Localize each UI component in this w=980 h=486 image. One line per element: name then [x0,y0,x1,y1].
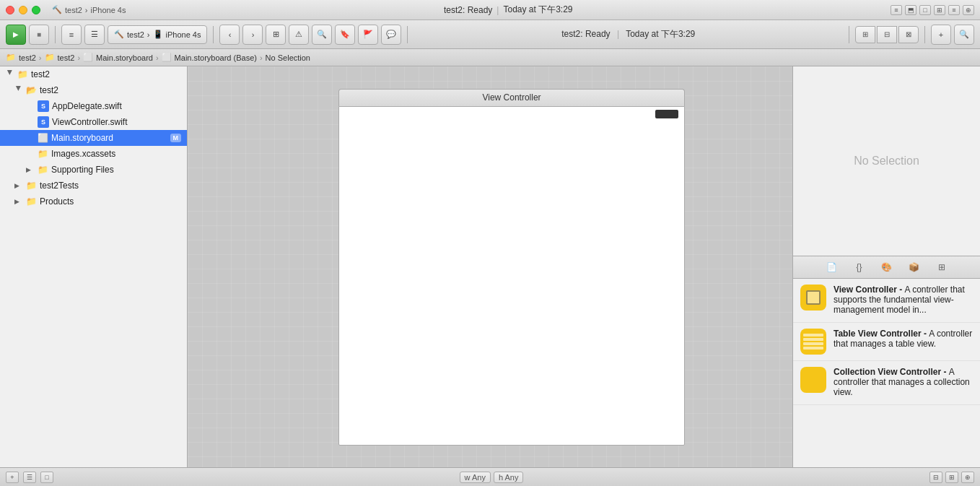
maximize-button[interactable] [32,6,40,14]
device-icon: 📱 [153,30,163,39]
sidebar-item-group[interactable]: ▶ 📂 test2 [0,82,187,98]
folder-icon: 📁 [38,165,48,175]
assets-name: Images.xcassets [51,149,115,159]
lib-title-collection: Collection View Controller - A controlle… [834,367,973,397]
grid-view-btn[interactable]: ⊞ [266,25,286,45]
message-btn[interactable]: 💬 [381,25,401,45]
search-btn[interactable]: 🔍 [312,25,332,45]
sidebar-item-products[interactable]: ▶ 📁 Products [0,194,187,209]
lib-item-collectionvc[interactable]: Collection View Controller - A controlle… [793,361,980,405]
bc-icon-4: ⬜ [162,53,172,62]
version-btn[interactable]: ⊕ [963,5,974,15]
navigator-btn[interactable]: ☰ [84,25,105,45]
layout-btn-2[interactable]: ⊟ [877,26,897,43]
bc-item-3[interactable]: Main.storyboard [96,53,153,62]
layout-toggle-group: ⊞ ⊟ ⊠ [855,26,919,43]
titlebar-status: test2: Ready | Today at 下午3:29 [131,4,885,16]
sidebar-item-supporting[interactable]: ▶ 📁 Supporting Files [0,162,187,178]
lib-item-tablevc[interactable]: Table View Controller - A controller tha… [793,323,980,361]
disclosure-icon: ▶ [26,166,35,173]
width-any-badge[interactable]: w Any [460,472,491,483]
disclosure-icon: ▶ [14,182,23,189]
view-toggle-btn[interactable]: □ [919,5,931,15]
sidebar-item-viewcontroller[interactable]: S ViewController.swift [0,114,187,130]
device-label: iPhone 4s [91,6,126,14]
lib-text-table: Table View Controller - A controller tha… [834,329,973,350]
bc-item-1[interactable]: test2 [19,53,36,62]
group-icon: 📂 [26,85,37,95]
bc-icon-1: 📁 [6,53,16,62]
assets-icon: 📁 [38,149,48,159]
flag-btn[interactable]: 🚩 [358,25,378,45]
close-button[interactable] [6,6,14,14]
scheme-selector[interactable]: 🔨 test2 › 📱 iPhone 4s [108,25,207,44]
scheme-list-btn[interactable]: ≡ [61,25,82,45]
inspector-tab-file[interactable]: 📄 [824,259,840,275]
canvas-area[interactable]: → View Controller [188,66,792,467]
sidebar-toggle-btn[interactable]: ≡ [891,5,902,15]
search-global-btn[interactable]: 🔍 [954,25,974,45]
sidebar-item-tests[interactable]: ▶ 📁 test2Tests [0,178,187,194]
inspector-tab-identity[interactable]: 🎨 [879,259,895,275]
group-name: test2 [40,85,58,95]
minimize-button[interactable] [19,6,27,14]
swift-icon: S [38,100,49,112]
toolbar: ▶ ■ ≡ ☰ 🔨 test2 › 📱 iPhone 4s ‹ › ⊞ ⚠ 🔍 … [0,20,980,49]
bc-icon-2: 📁 [45,53,55,62]
zoom-grid-btn[interactable]: ⊞ [945,472,958,483]
bc-item-4[interactable]: Main.storyboard (Base) [175,53,257,62]
object-library: View Controller - A controller that supp… [793,279,980,468]
toolbar-separator [55,26,56,43]
vc-content[interactable] [338,106,685,446]
add-constraint-btn[interactable]: + [6,472,19,483]
toolbar-separator-2 [213,26,214,43]
inspector-tab-attr[interactable]: 📦 [906,259,922,275]
height-any-badge[interactable]: h Any [494,472,524,483]
inspector-tab-size[interactable]: ⊞ [934,259,950,275]
bc-item-2[interactable]: test2 [58,53,75,62]
layout-btn-1[interactable]: ⊞ [855,26,875,43]
lib-item-viewcontroller[interactable]: View Controller - A controller that supp… [793,279,980,323]
bc-arrow-2: › [77,53,80,62]
viewcontroller-name: ViewController.swift [52,117,127,127]
lib-text-vc: View Controller - A controller that supp… [834,285,973,316]
warning-btn[interactable]: ⚠ [289,25,309,45]
disclosure-icon: ▶ [6,70,14,79]
bottom-right: ⊟ ⊞ ⊕ [929,472,974,483]
zoom-fit-btn[interactable]: □ [40,472,53,483]
bookmark-btn[interactable]: 🔖 [335,25,355,45]
add-file-btn[interactable]: + [931,25,951,45]
view-controller-scene[interactable]: View Controller [338,89,685,446]
toolbar-status: test2: Ready | Today at 下午3:29 [414,28,843,40]
swift-icon-2: S [38,116,49,128]
products-name: Products [40,196,74,207]
layout-btn-3[interactable]: ⊠ [898,26,919,43]
nav-forward-btn[interactable]: › [242,25,263,45]
bc-item-5[interactable]: No Selection [266,53,310,62]
lib-icon-table [800,329,826,355]
sidebar-item-storyboard[interactable]: ⬜ Main.storyboard M [0,130,187,146]
bottom-bar: + ☰ □ w Any h Any ⊟ ⊞ ⊕ [0,467,980,486]
app-name: test2 [65,6,82,14]
editor-btn[interactable]: ⊞ [934,5,945,15]
sidebar-item-project[interactable]: ▶ 📁 test2 [0,66,187,82]
sidebar-item-assets[interactable]: 📁 Images.xcassets [0,146,187,162]
assistant-btn[interactable]: ≡ [948,5,960,15]
supporting-name: Supporting Files [51,165,114,175]
inspector-no-selection: No Selection [793,66,980,256]
zoom-out-btn[interactable]: ⊟ [929,472,942,483]
zoom-in-btn[interactable]: ⊕ [961,472,974,483]
sidebar-item-appdelegate[interactable]: S AppDelegate.swift [0,98,187,114]
bc-icon-3: ⬜ [83,53,93,62]
nav-back-btn[interactable]: ‹ [219,25,240,45]
scheme-device: iPhone 4s [166,30,201,39]
toolbar-separator-3 [407,26,408,43]
scene-list-btn[interactable]: ☰ [23,472,36,483]
debug-toggle-btn[interactable]: ⬒ [905,5,916,15]
titlebar: 🔨 test2 › iPhone 4s test2: Ready | Today… [0,0,980,20]
bottom-center: w Any h Any [59,472,924,483]
right-panel: No Selection 📄 {} 🎨 📦 ⊞ View Controller … [792,66,980,467]
run-button[interactable]: ▶ [6,25,26,45]
inspector-tab-code[interactable]: {} [852,259,867,275]
stop-button[interactable]: ■ [29,25,49,45]
